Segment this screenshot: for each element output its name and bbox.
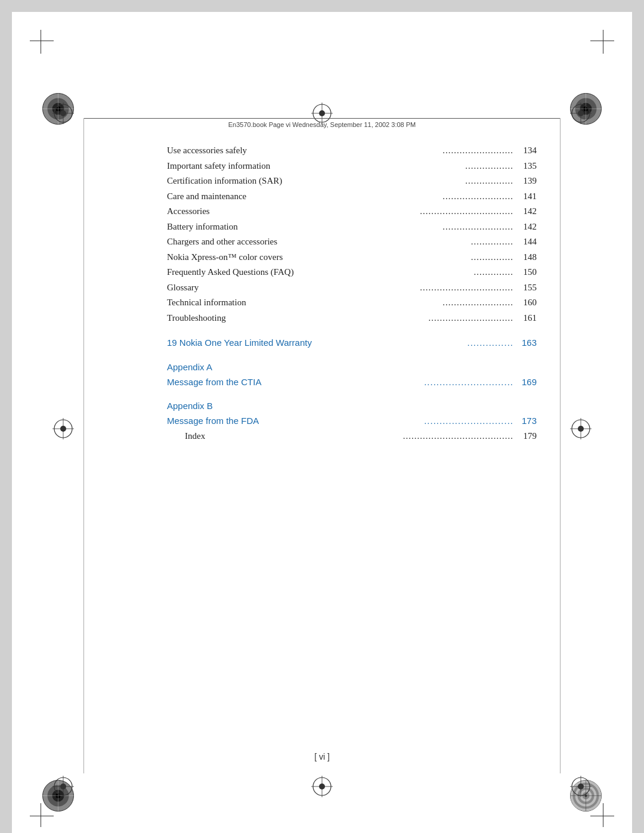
toc-page-num: 139 bbox=[516, 174, 537, 189]
toc-appendix-b-entry: Message from the FDA ...................… bbox=[167, 413, 537, 429]
header-rule bbox=[83, 118, 561, 119]
toc-entry-text: Chargers and other accessories bbox=[167, 234, 340, 250]
side-rule-left bbox=[83, 118, 84, 773]
toc-dots: ......................... bbox=[340, 143, 516, 159]
toc-dots: ................................. bbox=[340, 280, 516, 296]
toc-page-num: 142 bbox=[516, 204, 537, 219]
toc-entry-text: Frequently Asked Questions (FAQ) bbox=[167, 265, 340, 280]
section-19-text: 19 Nokia One Year Limited Warranty bbox=[167, 335, 340, 351]
appendix-a-entry-text: Message from the CTIA bbox=[167, 374, 340, 390]
reg-mark-bottom-right bbox=[570, 776, 592, 797]
toc-entry-text: Important safety information bbox=[167, 159, 340, 174]
appendix-b-block: Appendix B Message from the FDA ........… bbox=[167, 399, 537, 444]
toc-appendix-a-entry: Message from the CTIA ..................… bbox=[167, 374, 537, 390]
reg-mark-bottom-left bbox=[52, 776, 74, 797]
toc-entry-care-maintenance: Care and maintenance ...................… bbox=[167, 189, 537, 205]
toc-dots: ............... bbox=[340, 234, 516, 250]
reg-mark-bottom-center bbox=[311, 776, 333, 797]
page: En3570.book Page vi Wednesday, September… bbox=[12, 12, 632, 833]
crop-mark-tr bbox=[578, 30, 614, 66]
toc-page-num: 150 bbox=[516, 265, 537, 280]
toc-page-num: 161 bbox=[516, 311, 537, 326]
footer-page-number: [ vi ] bbox=[12, 752, 632, 761]
toc-entry-use-accessories: Use accessories safely .................… bbox=[167, 143, 537, 159]
toc-entry-text: Technical information bbox=[167, 295, 340, 311]
appendix-a-heading: Appendix A bbox=[167, 360, 537, 374]
toc-dots: .............. bbox=[340, 265, 516, 280]
section-19-dots: ............... bbox=[340, 335, 516, 351]
toc-dots: ............... bbox=[340, 250, 516, 265]
toc-dots: ................................. bbox=[340, 204, 516, 219]
toc-entry-text: Accessories bbox=[167, 204, 340, 219]
toc-dots: ......................... bbox=[340, 295, 516, 311]
toc-entry-technical: Technical information ..................… bbox=[167, 295, 537, 311]
reg-mark-mid-left bbox=[52, 418, 74, 439]
appendix-b-heading: Appendix B bbox=[167, 399, 537, 413]
toc-entry-battery: Battery information ....................… bbox=[167, 219, 537, 235]
reg-mark-mid-right bbox=[570, 418, 592, 439]
toc-content: Use accessories safely .................… bbox=[167, 143, 537, 444]
appendix-a-block: Appendix A Message from the CTIA .......… bbox=[167, 360, 537, 390]
toc-entry-accessories: Accessories ............................… bbox=[167, 204, 537, 219]
header-text: En3570.book Page vi Wednesday, September… bbox=[12, 121, 632, 128]
toc-page-num: 142 bbox=[516, 219, 537, 235]
toc-section-19: 19 Nokia One Year Limited Warranty .....… bbox=[167, 335, 537, 351]
toc-page-num: 155 bbox=[516, 280, 537, 296]
toc-page-num: 135 bbox=[516, 159, 537, 174]
index-entry-text: Index bbox=[185, 429, 349, 444]
toc-dots: .............................. bbox=[340, 311, 516, 326]
appendix-a-page: 169 bbox=[516, 374, 537, 390]
toc-dots: ................. bbox=[340, 174, 516, 189]
appendix-b-entry-text: Message from the FDA bbox=[167, 413, 340, 429]
toc-entry-text: Care and maintenance bbox=[167, 189, 340, 205]
toc-entry-glossary: Glossary ...............................… bbox=[167, 280, 537, 296]
toc-index-entry: Index ..................................… bbox=[167, 429, 537, 444]
toc-entry-text: Battery information bbox=[167, 219, 340, 235]
toc-entry-important-safety: Important safety information ...........… bbox=[167, 159, 537, 174]
toc-entry-nokia-xpress: Nokia Xpress-on™ color covers ..........… bbox=[167, 250, 537, 265]
toc-page-num: 141 bbox=[516, 189, 537, 205]
toc-entry-troubleshooting: Troubleshooting ........................… bbox=[167, 311, 537, 326]
toc-page-num: 148 bbox=[516, 250, 537, 265]
toc-page-num: 134 bbox=[516, 143, 537, 159]
toc-entry-text: Certification information (SAR) bbox=[167, 174, 340, 189]
side-rule-right bbox=[560, 118, 561, 773]
appendix-b-page: 173 bbox=[516, 413, 537, 429]
toc-page-num: 144 bbox=[516, 234, 537, 250]
index-page: 179 bbox=[516, 429, 537, 444]
toc-page-num: 160 bbox=[516, 295, 537, 311]
index-dots: ....................................... bbox=[349, 429, 516, 444]
toc-entry-text: Use accessories safely bbox=[167, 143, 340, 159]
toc-entry-text: Glossary bbox=[167, 280, 340, 296]
toc-entry-text: Nokia Xpress-on™ color covers bbox=[167, 250, 340, 265]
toc-dots: ......................... bbox=[340, 219, 516, 235]
toc-dots: ......................... bbox=[340, 189, 516, 205]
toc-entry-text: Troubleshooting bbox=[167, 311, 340, 326]
appendix-a-dots: ............................. bbox=[340, 374, 516, 390]
toc-entry-certification: Certification information (SAR) ........… bbox=[167, 174, 537, 189]
section-19-page: 163 bbox=[516, 335, 537, 351]
appendix-b-dots: ............................. bbox=[340, 413, 516, 429]
toc-dots: ................. bbox=[340, 159, 516, 174]
toc-entry-faq: Frequently Asked Questions (FAQ) .......… bbox=[167, 265, 537, 280]
toc-entry-chargers: Chargers and other accessories .........… bbox=[167, 234, 537, 250]
crop-mark-tl bbox=[30, 30, 66, 66]
